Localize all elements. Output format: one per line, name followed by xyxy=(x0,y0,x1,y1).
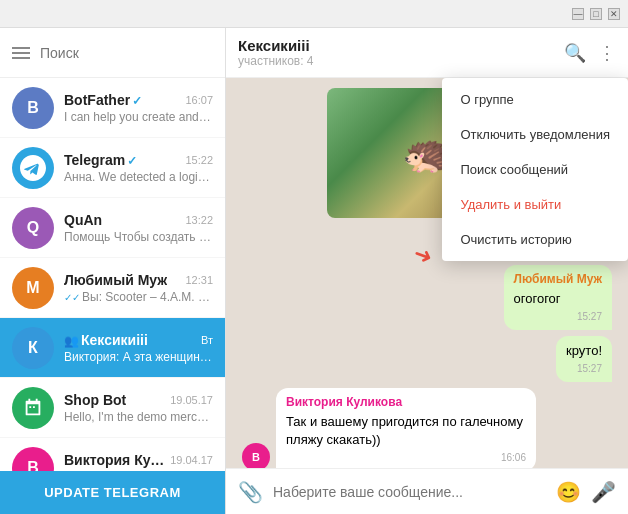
chat-item[interactable]: К 👥Кексикиiii Вт Виктория: А эта женщина… xyxy=(0,318,225,378)
chat-input-area: 📎 😊 🎤 xyxy=(226,468,628,514)
chat-header-subtitle: участников: 4 xyxy=(238,54,564,68)
msg-avatar: В xyxy=(242,443,270,468)
maximize-button[interactable]: □ xyxy=(590,8,602,20)
message-row: В Виктория Куликова Так и вашему пригоди… xyxy=(242,388,612,468)
chat-preview: Анна. We detected a login in... xyxy=(64,170,213,184)
chat-item[interactable]: B BotFather✓ 16:07 I can help you create… xyxy=(0,78,225,138)
msg-time: 15:27 xyxy=(566,362,602,376)
context-menu-item-about[interactable]: О группе xyxy=(442,82,628,117)
chat-name: BotFather✓ xyxy=(64,92,142,108)
chat-info: Telegram✓ 15:22 Анна. We detected a logi… xyxy=(64,152,213,184)
mic-icon[interactable]: 🎤 xyxy=(591,480,616,504)
context-menu: О группеОтключить уведомленияПоиск сообщ… xyxy=(442,78,628,261)
chat-preview: ✓✓Вы: Scooter – 4.A.M. (Radio V... xyxy=(64,290,213,304)
msg-text: круто! xyxy=(566,342,602,360)
msg-sender: Любимый Муж xyxy=(514,271,602,288)
chat-name: Telegram✓ xyxy=(64,152,137,168)
chat-name-row: 👥Кексикиiii Вт xyxy=(64,332,213,348)
chat-time: 13:22 xyxy=(185,214,213,226)
chat-item[interactable]: М Любимый Муж 12:31 ✓✓Вы: Scooter – 4.A.… xyxy=(0,258,225,318)
chat-name-row: Любимый Муж 12:31 xyxy=(64,272,213,288)
app-body: B BotFather✓ 16:07 I can help you create… xyxy=(0,28,628,514)
more-icon[interactable]: ⋮ xyxy=(598,42,616,64)
chat-info: BotFather✓ 16:07 I can help you create a… xyxy=(64,92,213,124)
update-telegram-button[interactable]: UPDATE TELEGRAM xyxy=(0,471,225,514)
chat-name: Любимый Муж xyxy=(64,272,167,288)
context-menu-item-clear[interactable]: Очистить историю xyxy=(442,222,628,257)
chat-name-row: Виктория Кулико... 19.04.17 xyxy=(64,452,213,468)
chat-time: 19.05.17 xyxy=(170,394,213,406)
window-bar: — □ ✕ xyxy=(0,0,628,28)
window-controls: — □ ✕ xyxy=(572,8,620,20)
chat-preview: Помощь Чтобы создать опл... xyxy=(64,230,213,244)
message-bubble: Виктория Куликова Так и вашему пригодитс… xyxy=(276,388,536,468)
chat-name-row: BotFather✓ 16:07 xyxy=(64,92,213,108)
chat-header-name: Кексикиiii xyxy=(238,37,564,54)
chat-item[interactable]: Shop Bot 19.05.17 Hello, I'm the demo me… xyxy=(0,378,225,438)
chat-header-actions: 🔍 ⋮ xyxy=(564,42,616,64)
search-container xyxy=(40,44,213,62)
chat-item[interactable]: Q QuAn 13:22 Помощь Чтобы создать опл... xyxy=(0,198,225,258)
avatar: Q xyxy=(12,207,54,249)
avatar: B xyxy=(12,87,54,129)
close-button[interactable]: ✕ xyxy=(608,8,620,20)
avatar: В xyxy=(12,447,54,472)
message-row: Любимый Муж огогогог 15:27 xyxy=(242,265,612,330)
chat-name: Shop Bot xyxy=(64,392,126,408)
message-row: круто! 15:27 xyxy=(242,336,612,382)
avatar xyxy=(12,147,54,189)
msg-time: 16:06 xyxy=(286,451,526,465)
chat-item[interactable]: Telegram✓ 15:22 Анна. We detected a logi… xyxy=(0,138,225,198)
chat-info: Виктория Кулико... 19.04.17 Эх, хорошо ж… xyxy=(64,452,213,472)
chat-preview: Hello, I'm the demo merchan... xyxy=(64,410,213,424)
chat-list: B BotFather✓ 16:07 I can help you create… xyxy=(0,78,225,471)
chat-item[interactable]: В Виктория Кулико... 19.04.17 Эх, хорошо… xyxy=(0,438,225,471)
chat-time: 12:31 xyxy=(185,274,213,286)
sidebar: B BotFather✓ 16:07 I can help you create… xyxy=(0,28,226,514)
chat-header: Кексикиiii участников: 4 🔍 ⋮ О группеОтк… xyxy=(226,28,628,78)
chat-preview: Виктория: А эта женщина п... xyxy=(64,350,213,364)
chat-name-row: Shop Bot 19.05.17 xyxy=(64,392,213,408)
search-icon[interactable]: 🔍 xyxy=(564,42,586,64)
chat-info: Shop Bot 19.05.17 Hello, I'm the demo me… xyxy=(64,392,213,424)
verified-icon: ✓ xyxy=(127,154,137,168)
hamburger-icon[interactable] xyxy=(12,47,30,59)
chat-name-row: QuAn 13:22 xyxy=(64,212,213,228)
read-icon: ✓✓ xyxy=(64,292,80,303)
message-bubble: круто! 15:27 xyxy=(556,336,612,382)
chat-time: 16:07 xyxy=(185,94,213,106)
message-input[interactable] xyxy=(273,484,546,500)
context-menu-item-mute[interactable]: Отключить уведомления xyxy=(442,117,628,152)
avatar xyxy=(12,387,54,429)
minimize-button[interactable]: — xyxy=(572,8,584,20)
chat-panel: Кексикиiii участников: 4 🔍 ⋮ О группеОтк… xyxy=(226,28,628,514)
chat-name-row: Telegram✓ 15:22 xyxy=(64,152,213,168)
emoji-icon[interactable]: 😊 xyxy=(556,480,581,504)
msg-sender: Виктория Куликова xyxy=(286,394,526,411)
chat-header-info: Кексикиiii участников: 4 xyxy=(238,37,564,68)
msg-text: Так и вашему пригодится по галечному пля… xyxy=(286,413,526,449)
chat-info: QuAn 13:22 Помощь Чтобы создать опл... xyxy=(64,212,213,244)
group-icon: 👥 xyxy=(64,334,79,348)
message-bubble: Любимый Муж огогогог 15:27 xyxy=(504,265,612,330)
msg-text: огогогог xyxy=(514,290,602,308)
chat-info: Любимый Муж 12:31 ✓✓Вы: Scooter – 4.A.M.… xyxy=(64,272,213,304)
sidebar-header xyxy=(0,28,225,78)
chat-preview: I can help you create and ma... xyxy=(64,110,213,124)
chat-info: 👥Кексикиiii Вт Виктория: А эта женщина п… xyxy=(64,332,213,364)
chat-name: QuAn xyxy=(64,212,102,228)
avatar: К xyxy=(12,327,54,369)
msg-time: 15:27 xyxy=(514,310,602,324)
attach-icon[interactable]: 📎 xyxy=(238,480,263,504)
chat-time: 15:22 xyxy=(185,154,213,166)
verified-icon: ✓ xyxy=(132,94,142,108)
context-menu-item-leave[interactable]: Удалить и выйти xyxy=(442,187,628,222)
context-menu-item-search[interactable]: Поиск сообщений xyxy=(442,152,628,187)
chat-name: Виктория Кулико... xyxy=(64,452,170,468)
avatar: М xyxy=(12,267,54,309)
search-input[interactable] xyxy=(40,45,213,61)
chat-time: 19.04.17 xyxy=(170,454,213,466)
chat-time: Вт xyxy=(201,334,213,346)
chat-name: 👥Кексикиiii xyxy=(64,332,148,348)
